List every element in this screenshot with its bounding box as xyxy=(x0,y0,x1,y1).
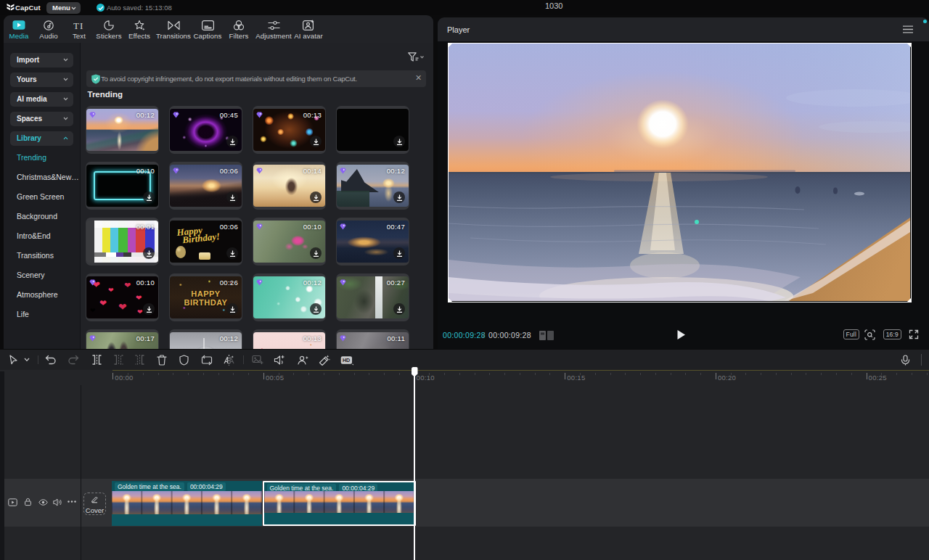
svg-text:HD: HD xyxy=(343,357,350,363)
